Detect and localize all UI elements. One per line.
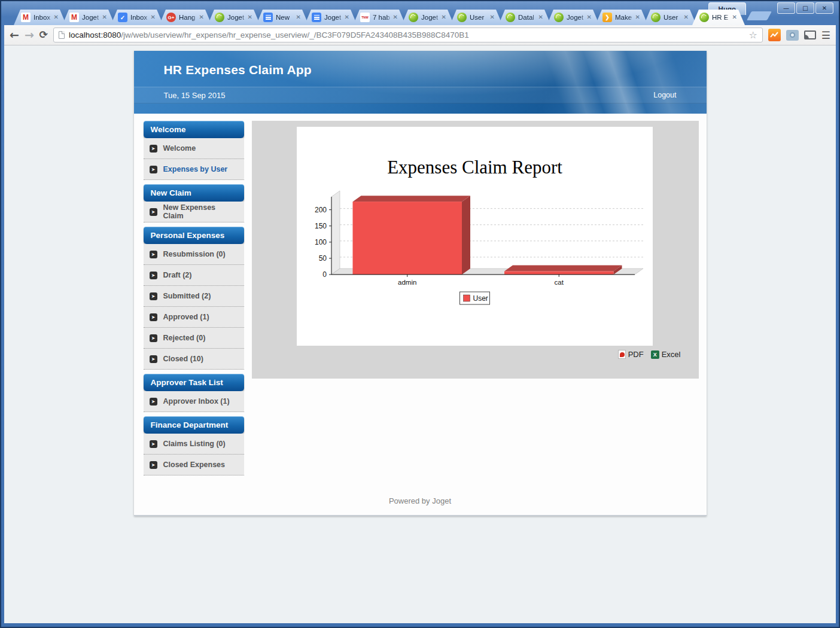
sidebar-item-approved-1[interactable]: ➤Approved (1) [144,307,244,328]
tab-close-icon[interactable]: ✕ [345,14,349,20]
menu-item-label: Claims Listing (0) [163,440,226,448]
url-text[interactable]: localhost:8080/jw/web/userview/hr_expens… [69,31,744,39]
browser-tab[interactable]: Datal✕ [498,10,551,25]
tab-strip: MInbox✕MJoget✕✓Inbox✕G+Hang✕Joget✕New✕Jo… [14,10,769,25]
tab-label: Joget [567,14,586,21]
app-header: HR Expenses Claim App Tue, 15 Sep 2015 L… [134,51,707,114]
tab-label: New [276,14,295,21]
close-button[interactable]: ✕ [815,2,833,14]
new-tab-button[interactable] [747,11,772,20]
tab-label: Joget [82,14,101,21]
svg-text:50: 50 [318,254,327,263]
app-container: HR Expenses Claim App Tue, 15 Sep 2015 L… [134,51,707,516]
tab-close-icon[interactable]: ✕ [296,14,301,20]
menu-section: Personal Expenses➤Resubmission (0)➤Draft… [144,227,244,370]
menu-item-label: Closed Expenses [163,461,226,469]
sidebar-item-closed-10[interactable]: ➤Closed (10) [144,349,244,370]
sidebar-item-claims-listing-0[interactable]: ➤Claims Listing (0) [144,434,244,455]
sidebar-item-welcome[interactable]: ➤Welcome [144,138,244,159]
tab-close-icon[interactable]: ✕ [635,14,640,20]
logout-link[interactable]: Logout [653,91,676,99]
page-title: HR Expenses Claim App [164,63,312,77]
tab-close-icon[interactable]: ✕ [587,14,592,20]
joget-favicon-icon [506,13,515,22]
menu-item-list: ➤Welcome➤Expenses by User [144,138,244,180]
analytics-extension-icon[interactable] [768,29,781,41]
minimize-button[interactable]: — [777,2,795,14]
browser-tab[interactable]: Joget✕ [401,10,454,25]
window-controls: — □ ✕ [777,2,833,14]
chromecast-icon[interactable] [804,31,816,39]
tab-close-icon[interactable]: ✕ [490,14,495,20]
tab-close-icon[interactable]: ✕ [54,14,59,20]
menu-item-label: Approved (1) [163,313,209,321]
sidebar-item-expenses-by-user[interactable]: ➤Expenses by User [144,159,244,180]
page-icon [59,31,65,39]
sidebar-item-new-expenses-claim[interactable]: ➤New Expenses Claim [144,202,244,222]
menu-category-header: New Claim [144,184,244,202]
export-excel-link[interactable]: X Excel [651,350,681,359]
url-path: /jw/web/userview/hr_expense/hr_expense_u… [121,31,469,39]
tab-close-icon[interactable]: ✕ [538,14,543,20]
arrow-bullet-icon: ➤ [150,166,157,173]
browser-tab[interactable]: Joget✕ [305,10,357,25]
tab-label: User [470,14,489,21]
sidebar-item-approver-inbox-1[interactable]: ➤Approver Inbox (1) [144,391,244,412]
arrow-bullet-icon: ➤ [150,440,157,448]
tab-close-icon[interactable]: ✕ [732,14,737,20]
forward-icon[interactable]: → [25,29,34,41]
tab-close-icon[interactable]: ✕ [684,14,689,20]
menu-item-label: Resubmission (0) [163,250,226,258]
browser-tab[interactable]: User✕ [450,10,503,25]
svg-text:cat: cat [554,279,564,286]
browser-tab[interactable]: HR E✕ [692,10,745,25]
browser-tab[interactable]: Joget✕ [547,10,599,25]
menu-item-label: Submitted (2) [163,292,211,300]
sidebar-item-resubmission-0[interactable]: ➤Resubmission (0) [144,244,244,265]
menu-item-label: Expenses by User [163,165,228,173]
tab-close-icon[interactable]: ✕ [393,14,398,20]
tab-label: Datal [518,14,537,21]
address-bar[interactable]: localhost:8080/jw/web/userview/hr_expens… [53,28,763,42]
arrow-bullet-icon: ➤ [150,145,157,153]
sidebar-item-draft-2[interactable]: ➤Draft (2) [144,265,244,286]
sidebar-item-submitted-2[interactable]: ➤Submitted (2) [144,286,244,307]
excel-icon: X [651,350,659,359]
sidebar-item-rejected-0[interactable]: ➤Rejected (0) [144,328,244,349]
arrow-bullet-icon: ➤ [150,208,157,216]
camera-extension-icon[interactable] [786,30,799,41]
browser-tab[interactable]: New✕ [256,10,309,25]
export-pdf-link[interactable]: PDF [618,350,644,359]
arrow-bullet-icon: ➤ [150,272,157,279]
browser-tab[interactable]: TNW7 hab✕ [353,10,406,25]
browser-tab[interactable]: G+Hang✕ [159,10,212,25]
browser-tab[interactable]: MJoget✕ [62,10,115,25]
tab-close-icon[interactable]: ✕ [151,14,156,20]
tab-close-icon[interactable]: ✕ [102,14,107,20]
tab-label: User [664,14,683,21]
tab-close-icon[interactable]: ✕ [442,14,446,20]
back-icon[interactable]: ← [10,29,19,41]
bookmark-star-icon[interactable]: ☆ [748,29,757,41]
joget-favicon-icon [651,13,661,22]
browser-tab[interactable]: ✓Inbox✕ [111,10,163,25]
menu-category-header: Personal Expenses [144,227,244,244]
sidebar-item-closed-expenses[interactable]: ➤Closed Expenses [144,455,244,475]
maximize-button[interactable]: □ [796,2,814,14]
pdf-icon [618,350,626,359]
browser-tab[interactable]: User✕ [644,10,696,25]
tab-close-icon[interactable]: ✕ [248,14,252,20]
browser-tab[interactable]: ❯Make✕ [595,10,648,25]
reload-icon[interactable]: ⟳ [39,30,48,40]
arrow-bullet-icon: ➤ [150,292,157,300]
footer-text: Powered by Joget [134,490,707,515]
tab-label: HR E [712,14,731,21]
chrome-menu-icon[interactable]: ☰ [821,29,830,41]
svg-text:admin: admin [398,279,416,286]
arrow-bullet-icon: ➤ [150,334,157,342]
browser-tab[interactable]: MInbox✕ [14,10,66,25]
svg-text:Expenses Claim Report: Expenses Claim Report [387,157,562,178]
menu-item-list: ➤New Expenses Claim [144,202,244,222]
tab-close-icon[interactable]: ✕ [199,14,204,20]
browser-tab[interactable]: Joget✕ [208,10,260,25]
